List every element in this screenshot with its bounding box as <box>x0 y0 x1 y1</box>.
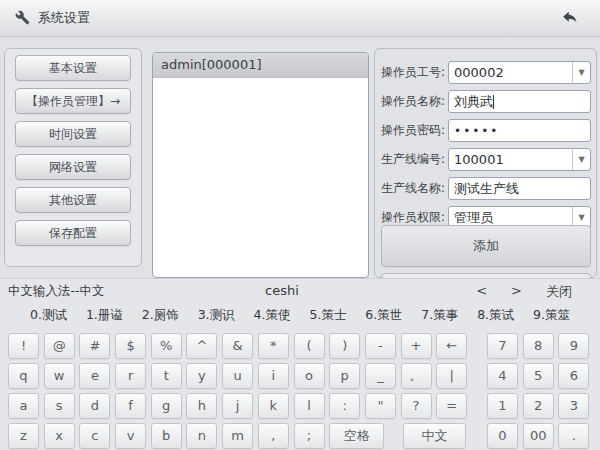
key[interactable]: y <box>186 363 217 389</box>
key[interactable]: " <box>365 393 396 419</box>
key[interactable]: d <box>79 393 110 419</box>
key[interactable]: a <box>8 393 39 419</box>
key[interactable]: = <box>436 393 467 419</box>
title-bar: 系统设置 <box>0 0 600 37</box>
key[interactable]: : <box>329 393 360 419</box>
key[interactable]: g <box>151 393 182 419</box>
ime-prev-page-button[interactable]: < <box>476 283 487 301</box>
operator-name-label: 操作员名称: <box>381 93 445 110</box>
key[interactable]: * <box>258 333 289 359</box>
backspace-key[interactable]: ← <box>436 333 467 359</box>
key[interactable]: & <box>222 333 253 359</box>
sidebar-item-network-settings[interactable]: 网络设置 <box>15 154 131 180</box>
ime-candidate[interactable]: 2.厕饰 <box>142 307 179 324</box>
key[interactable]: # <box>79 333 110 359</box>
ime-candidate[interactable]: 8.策试 <box>477 307 514 324</box>
key[interactable]: ) <box>329 333 360 359</box>
key[interactable]: _ <box>365 363 396 389</box>
ime-candidate[interactable]: 9.策筮 <box>533 307 570 324</box>
operator-password-input[interactable]: ••••• <box>448 119 591 142</box>
numpad-key[interactable]: 7 <box>487 333 518 359</box>
ime-candidate[interactable]: 4.策使 <box>254 307 291 324</box>
ime-candidate[interactable]: 5.策士 <box>309 307 346 324</box>
back-return-icon[interactable] <box>561 9 578 26</box>
key[interactable]: $ <box>115 333 146 359</box>
numpad-key[interactable]: 4 <box>487 363 518 389</box>
key[interactable]: , <box>258 423 289 449</box>
chevron-down-icon[interactable]: ▼ <box>572 149 590 170</box>
key[interactable]: 。 <box>401 363 432 389</box>
numpad-key[interactable]: 9 <box>558 333 589 359</box>
key[interactable]: ( <box>294 333 325 359</box>
key[interactable]: r <box>115 363 146 389</box>
key[interactable]: n <box>186 423 217 449</box>
numpad-key[interactable]: 6 <box>558 363 589 389</box>
key[interactable]: ? <box>401 393 432 419</box>
ime-close-button[interactable]: 关闭 <box>546 283 572 301</box>
key[interactable]: z <box>8 423 39 449</box>
key[interactable]: - <box>365 333 396 359</box>
key[interactable]: ! <box>8 333 39 359</box>
line-name-input[interactable]: 测试生产线 <box>448 177 591 200</box>
ime-candidate[interactable]: 6.策世 <box>365 307 402 324</box>
key[interactable]: j <box>222 393 253 419</box>
key[interactable]: k <box>258 393 289 419</box>
key[interactable]: f <box>115 393 146 419</box>
operator-list-item-selected[interactable]: admin[000001] <box>153 53 368 78</box>
key[interactable]: b <box>151 423 182 449</box>
numpad-key[interactable]: 0 <box>487 423 518 449</box>
ime-candidate[interactable]: 1.册谥 <box>86 307 123 324</box>
key[interactable]: s <box>44 393 75 419</box>
key[interactable]: % <box>151 333 182 359</box>
key[interactable]: c <box>79 423 110 449</box>
key[interactable]: u <box>222 363 253 389</box>
key[interactable]: @ <box>44 333 75 359</box>
space-key[interactable]: 空格 <box>329 423 384 449</box>
numpad-key[interactable]: . <box>558 423 589 449</box>
numpad: 7 8 9 4 5 6 1 2 3 0 00 . <box>487 333 589 449</box>
ime-candidate[interactable]: 3.测识 <box>198 307 235 324</box>
key[interactable]: v <box>115 423 146 449</box>
sidebar-item-operator-manage[interactable]: 【操作员管理】→ <box>15 88 131 114</box>
key[interactable]: + <box>401 333 432 359</box>
key[interactable]: o <box>294 363 325 389</box>
key[interactable]: e <box>79 363 110 389</box>
line-number-combobox[interactable]: 100001 ▼ <box>448 148 591 171</box>
numpad-key[interactable]: 5 <box>523 363 554 389</box>
ime-next-page-button[interactable]: > <box>511 283 522 301</box>
operator-id-label: 操作员工号: <box>381 64 445 81</box>
key[interactable]: i <box>258 363 289 389</box>
key[interactable]: w <box>44 363 75 389</box>
sidebar-item-basic-settings[interactable]: 基本设置 <box>15 55 131 81</box>
key[interactable]: q <box>8 363 39 389</box>
operator-password-label: 操作员密码: <box>381 122 445 139</box>
key[interactable]: t <box>151 363 182 389</box>
add-operator-button[interactable]: 添加 <box>381 225 591 267</box>
wrench-icon <box>15 10 30 25</box>
key[interactable]: ; <box>294 423 325 449</box>
key[interactable]: p <box>329 363 360 389</box>
chevron-down-icon[interactable]: ▼ <box>572 62 590 83</box>
operator-id-combobox[interactable]: 000002 ▼ <box>448 61 591 84</box>
keyboard-row-1: ! @ # $ % ^ & * ( ) - + ← <box>8 333 467 359</box>
ime-candidate[interactable]: 7.策事 <box>421 307 458 324</box>
ime-candidate[interactable]: 0.测试 <box>30 307 67 324</box>
sidebar-item-time-settings[interactable]: 时间设置 <box>15 121 131 147</box>
sidebar-item-save-config[interactable]: 保存配置 <box>15 220 131 246</box>
numpad-key[interactable]: 1 <box>487 393 518 419</box>
sidebar-item-other-settings[interactable]: 其他设置 <box>15 187 131 213</box>
chinese-mode-key[interactable]: 中文 <box>403 423 466 449</box>
numpad-key[interactable]: 8 <box>523 333 554 359</box>
key[interactable]: l <box>294 393 325 419</box>
numpad-key[interactable]: 00 <box>523 423 554 449</box>
key[interactable]: | <box>436 363 467 389</box>
numpad-key[interactable]: 3 <box>558 393 589 419</box>
key[interactable]: m <box>222 423 253 449</box>
operator-name-input[interactable]: 刘典武 <box>448 90 591 113</box>
operator-list: admin[000001] <box>152 52 369 278</box>
key[interactable]: x <box>44 423 75 449</box>
key[interactable]: ^ <box>186 333 217 359</box>
ime-status-bar: 中文输入法--中文 ceshi < > 关闭 <box>0 279 600 303</box>
numpad-key[interactable]: 2 <box>523 393 554 419</box>
key[interactable]: h <box>186 393 217 419</box>
